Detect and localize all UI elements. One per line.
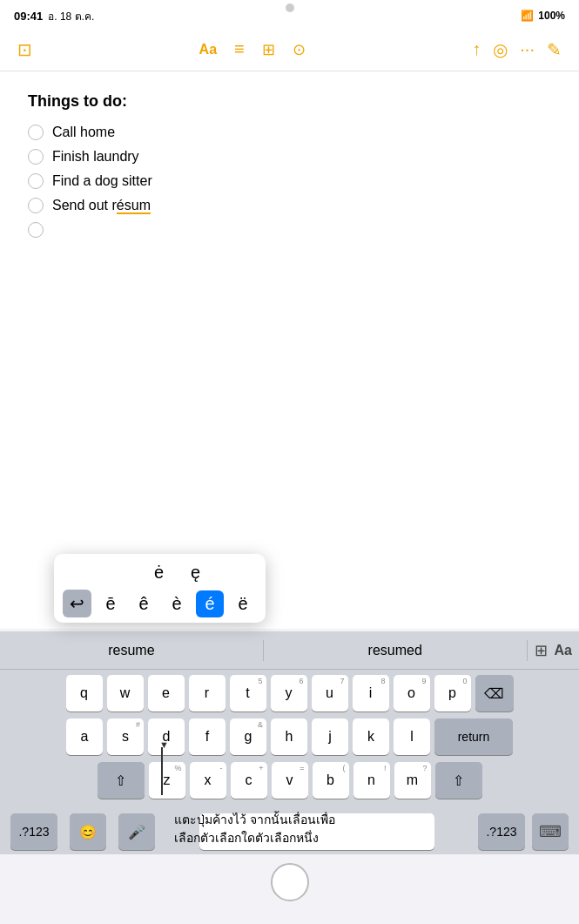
- bottom-right: .?123 ⌨: [478, 813, 569, 850]
- accent-char-ecircumflex[interactable]: ê: [130, 590, 158, 617]
- key-i[interactable]: i8: [353, 675, 389, 712]
- num-sym-button[interactable]: .?123: [10, 813, 57, 850]
- key-row-2: a s# d f g& h j k l return: [3, 718, 576, 755]
- emoji-button[interactable]: 😊: [70, 813, 106, 850]
- key-shift-right[interactable]: ⇧: [435, 762, 482, 799]
- autocomplete-bar: resume resumed ⊞ Aa: [0, 631, 579, 670]
- accent-bottom-row: ↩ ē ê è é ë: [63, 590, 257, 617]
- todo-checkbox-2[interactable]: [28, 149, 44, 165]
- key-e[interactable]: e: [148, 675, 185, 712]
- key-r[interactable]: r: [189, 675, 226, 712]
- key-shift[interactable]: ⇧: [98, 762, 145, 799]
- num-sym-button-right[interactable]: .?123: [478, 813, 525, 850]
- todo-item-4: Send out résum: [28, 198, 551, 213]
- autocomplete-divider2: [527, 640, 528, 661]
- sidebar-toggle-icon[interactable]: ⊡: [17, 39, 32, 60]
- key-w[interactable]: w: [107, 675, 144, 712]
- todo-checkbox-3[interactable]: [28, 173, 44, 189]
- battery-indicator: 100%: [538, 10, 565, 22]
- key-v[interactable]: v=: [272, 762, 308, 799]
- key-l[interactable]: l: [394, 718, 430, 755]
- keyboard-rows: q w e r t5 y6 u7 i8 o9 p0 ⌫ a s# d f g& …: [0, 670, 579, 809]
- mic-button[interactable]: 🎤: [118, 813, 155, 850]
- accent-char-edot[interactable]: ė: [145, 559, 173, 586]
- key-row-1: q w e r t5 y6 u7 i8 o9 p0 ⌫: [3, 675, 576, 712]
- list-format-button[interactable]: ≡: [234, 39, 245, 59]
- accent-top-row: ė ę: [145, 559, 210, 586]
- key-s[interactable]: s#: [107, 718, 144, 755]
- annotation-line1: แตะปุ่มค้างไว้ จากนั้นเลื่อนเพื่อ: [174, 813, 335, 826]
- key-x[interactable]: x-: [190, 762, 226, 799]
- status-date: อ. 18 ต.ค.: [48, 8, 94, 24]
- table-button[interactable]: ⊞: [262, 40, 275, 59]
- front-camera: [286, 3, 294, 12]
- autocomplete-word1[interactable]: resume: [7, 637, 256, 664]
- todo-checkbox-4[interactable]: [28, 198, 44, 213]
- todo-text-4: Send out résum: [52, 198, 151, 213]
- keyboard-switch-button[interactable]: ⌨: [532, 813, 569, 850]
- todo-list: Call home Finish laundry Find a dog sitt…: [28, 125, 551, 238]
- accent-popup: ė ę ↩ ē ê è é ë: [54, 554, 266, 623]
- todo-text-2: Finish laundry: [52, 149, 139, 165]
- key-u[interactable]: u7: [312, 675, 348, 712]
- key-h[interactable]: h: [271, 718, 307, 755]
- accent-back-button[interactable]: ↩: [63, 590, 91, 617]
- annotation-line2: เลือกตัวเลือกใดตัวเลือกหนึ่ง: [174, 831, 319, 845]
- autocomplete-right: ⊞ Aa: [535, 641, 572, 660]
- key-row-3: ⇧ z% x- c+ v= b( n! m? ⇧: [3, 762, 576, 799]
- todo-text-3: Find a dog sitter: [52, 173, 152, 189]
- edit-button[interactable]: ✎: [547, 39, 562, 60]
- todo-item-2: Finish laundry: [28, 149, 551, 165]
- todo-checkbox-5[interactable]: [28, 222, 44, 238]
- key-b[interactable]: b(: [313, 762, 349, 799]
- annotation-line: [161, 747, 163, 795]
- accent-char-eogonek[interactable]: ę: [182, 559, 210, 586]
- annotation-text: แตะปุ่มค้างไว้ จากนั้นเลื่อนเพื่อ เลือกต…: [174, 811, 335, 847]
- more-button[interactable]: ···: [520, 39, 535, 59]
- accent-char-emacron[interactable]: ē: [97, 590, 125, 617]
- bottom-left: .?123 😊 🎤: [10, 813, 155, 850]
- key-z[interactable]: z%: [149, 762, 185, 799]
- aa-button[interactable]: Aa: [555, 643, 572, 658]
- todo-item-5: [28, 222, 551, 238]
- todo-item-1: Call home: [28, 125, 551, 140]
- navigate-button[interactable]: ◎: [493, 39, 508, 60]
- key-k[interactable]: k: [353, 718, 389, 755]
- key-backspace[interactable]: ⌫: [475, 675, 514, 712]
- accent-char-egrave[interactable]: è: [163, 590, 191, 617]
- camera-button[interactable]: ⊙: [293, 40, 306, 59]
- key-f[interactable]: f: [189, 718, 226, 755]
- key-n[interactable]: n!: [353, 762, 390, 799]
- key-m[interactable]: m?: [394, 762, 431, 799]
- autocomplete-word2[interactable]: resumed: [271, 637, 520, 664]
- grid-icon[interactable]: ⊞: [535, 641, 548, 660]
- home-area: [0, 854, 579, 924]
- key-t[interactable]: t5: [230, 675, 266, 712]
- key-p[interactable]: p0: [434, 675, 471, 712]
- key-g[interactable]: g&: [230, 718, 266, 755]
- toolbar: ⊡ Aa ≡ ⊞ ⊙ ↑ ◎ ··· ✎: [0, 28, 579, 71]
- autocomplete-divider1: [263, 640, 264, 661]
- accent-char-eumlaut[interactable]: ë: [229, 590, 257, 617]
- todo-item-3: Find a dog sitter: [28, 173, 551, 189]
- share-button[interactable]: ↑: [472, 39, 481, 59]
- key-q[interactable]: q: [66, 675, 103, 712]
- note-title: Things to do:: [28, 92, 551, 111]
- todo-text-1: Call home: [52, 125, 115, 140]
- key-j[interactable]: j: [312, 718, 348, 755]
- key-c[interactable]: c+: [231, 762, 267, 799]
- key-o[interactable]: o9: [394, 675, 430, 712]
- key-y[interactable]: y6: [271, 675, 307, 712]
- home-button[interactable]: [271, 863, 309, 901]
- status-time: 09:41: [14, 10, 43, 23]
- status-icons: 📶 100%: [521, 10, 565, 22]
- key-a[interactable]: a: [66, 718, 103, 755]
- note-content: Things to do: Call home Finish laundry F…: [0, 71, 579, 455]
- status-bar: 09:41 อ. 18 ต.ค. 📶 100%: [0, 0, 579, 28]
- accent-char-eacute[interactable]: é: [196, 590, 224, 617]
- todo-checkbox-1[interactable]: [28, 125, 44, 140]
- format-text-button[interactable]: Aa: [199, 42, 217, 57]
- wifi-icon: 📶: [521, 10, 534, 22]
- key-return[interactable]: return: [434, 718, 513, 755]
